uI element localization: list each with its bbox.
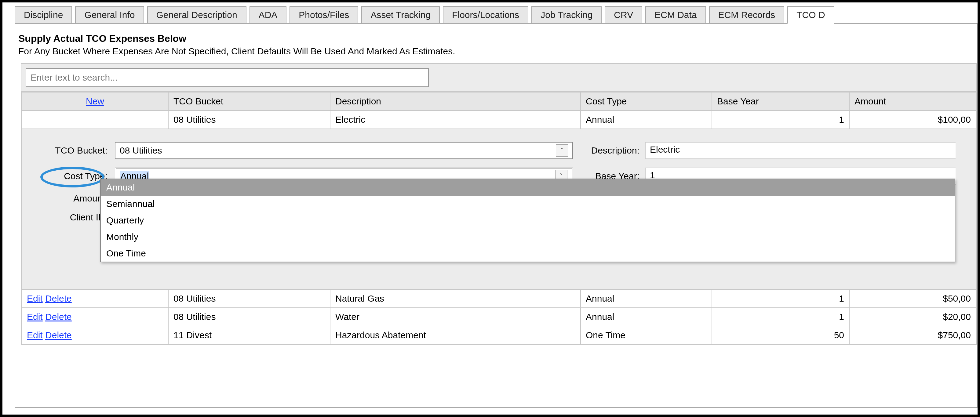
delete-link[interactable]: Delete bbox=[45, 330, 72, 340]
new-link[interactable]: New bbox=[86, 96, 104, 106]
row-amount: $20,00 bbox=[849, 308, 976, 326]
row-base-year: 1 bbox=[712, 111, 849, 129]
row-bucket: 11 Divest bbox=[168, 326, 330, 344]
table-row[interactable]: Edit Delete 08 Utilities Natural Gas Ann… bbox=[22, 289, 976, 308]
amount-label: Amount: bbox=[42, 193, 109, 204]
tco-bucket-label: TCO Bucket: bbox=[42, 145, 109, 156]
tco-panel: Supply Actual TCO Expenses Below For Any… bbox=[15, 23, 978, 408]
cost-type-option-quarterly[interactable]: Quarterly bbox=[101, 212, 955, 229]
client-id-label: Client ID: bbox=[42, 212, 109, 222]
row-amount: $50,00 bbox=[849, 289, 976, 308]
panel-subtitle: For Any Bucket Where Expenses Are Not Sp… bbox=[15, 46, 977, 60]
tab-tco[interactable]: TCO D bbox=[787, 6, 834, 24]
cost-type-dropdown[interactable]: Annual Semiannual Quarterly Monthly One … bbox=[100, 179, 955, 262]
col-bucket[interactable]: TCO Bucket bbox=[168, 92, 330, 111]
tab-job-tracking[interactable]: Job Tracking bbox=[531, 6, 601, 24]
row-amount: $750,00 bbox=[849, 326, 976, 344]
row-cost-type: Annual bbox=[581, 289, 712, 308]
chevron-down-icon: ˅ bbox=[556, 144, 568, 157]
description-input[interactable]: Electric bbox=[645, 142, 956, 159]
tco-bucket-select[interactable]: 08 Utilities ˅ bbox=[115, 142, 573, 159]
col-description[interactable]: Description bbox=[330, 92, 581, 111]
row-action-cell: Edit Delete bbox=[22, 289, 168, 308]
row-cost-type: Annual bbox=[581, 111, 712, 129]
col-cost-type[interactable]: Cost Type bbox=[581, 92, 712, 111]
edit-link[interactable]: Edit bbox=[27, 330, 43, 340]
cost-type-option-annual[interactable]: Annual bbox=[101, 179, 955, 196]
table-row[interactable]: Edit Delete 11 Divest Hazardous Abatemen… bbox=[22, 326, 976, 344]
row-base-year: 50 bbox=[712, 326, 849, 344]
row-bucket: 08 Utilities bbox=[168, 308, 330, 326]
row-description: Natural Gas bbox=[330, 289, 581, 308]
expense-grid: New TCO Bucket Description Cost Type Bas… bbox=[21, 63, 977, 345]
tab-floors-locations[interactable]: Floors/Locations bbox=[443, 6, 528, 24]
description-value: Electric bbox=[650, 144, 680, 154]
col-base-year[interactable]: Base Year bbox=[712, 92, 849, 111]
app-window: Discipline General Info General Descript… bbox=[0, 0, 980, 417]
tab-general-description[interactable]: General Description bbox=[147, 6, 247, 24]
tab-ecm-records[interactable]: ECM Records bbox=[709, 6, 784, 24]
row-base-year: 1 bbox=[712, 308, 849, 326]
row-cost-type: One Time bbox=[581, 326, 712, 344]
cost-type-option-semiannual[interactable]: Semiannual bbox=[101, 196, 955, 212]
tab-photos-files[interactable]: Photos/Files bbox=[290, 6, 358, 24]
row-description: Water bbox=[330, 308, 581, 326]
tab-general-info[interactable]: General Info bbox=[75, 6, 144, 24]
expense-table: New TCO Bucket Description Cost Type Bas… bbox=[21, 92, 976, 345]
table-row[interactable]: 08 Utilities Electric Annual 1 $100,00 bbox=[22, 111, 976, 129]
search-bar bbox=[21, 64, 976, 92]
delete-link[interactable]: Delete bbox=[45, 293, 72, 303]
delete-link[interactable]: Delete bbox=[45, 312, 72, 322]
row-action-cell: Edit Delete bbox=[22, 326, 168, 344]
tab-ada[interactable]: ADA bbox=[250, 6, 287, 24]
row-description: Electric bbox=[330, 111, 581, 129]
row-base-year: 1 bbox=[712, 289, 849, 308]
col-action: New bbox=[22, 92, 168, 111]
row-amount: $100,00 bbox=[849, 111, 976, 129]
row-cost-type: Annual bbox=[581, 308, 712, 326]
inline-edit-row: TCO Bucket: 08 Utilities ˅ Description: bbox=[22, 129, 976, 289]
inline-edit-panel: TCO Bucket: 08 Utilities ˅ Description: bbox=[27, 133, 971, 285]
tab-crv[interactable]: CRV bbox=[605, 6, 642, 24]
row-action-cell bbox=[22, 111, 168, 129]
edit-link[interactable]: Edit bbox=[27, 312, 43, 322]
col-amount[interactable]: Amount bbox=[849, 92, 976, 111]
tab-discipline[interactable]: Discipline bbox=[15, 6, 72, 24]
table-header-row: New TCO Bucket Description Cost Type Bas… bbox=[22, 92, 976, 111]
row-bucket: 08 Utilities bbox=[168, 289, 330, 308]
table-row[interactable]: Edit Delete 08 Utilities Water Annual 1 … bbox=[22, 308, 976, 326]
search-input[interactable] bbox=[25, 68, 429, 87]
cost-type-option-monthly[interactable]: Monthly bbox=[101, 229, 955, 245]
edit-link[interactable]: Edit bbox=[27, 293, 43, 303]
panel-title: Supply Actual TCO Expenses Below bbox=[15, 33, 977, 46]
tab-asset-tracking[interactable]: Asset Tracking bbox=[361, 6, 440, 24]
cost-type-option-one-time[interactable]: One Time bbox=[101, 245, 955, 262]
description-label: Description: bbox=[578, 145, 640, 156]
row-action-cell: Edit Delete bbox=[22, 308, 168, 326]
tco-bucket-value: 08 Utilities bbox=[120, 145, 162, 156]
tab-ecm-data[interactable]: ECM Data bbox=[645, 6, 706, 24]
row-description: Hazardous Abatement bbox=[330, 326, 581, 344]
tab-bar: Discipline General Info General Descript… bbox=[2, 2, 978, 24]
row-bucket: 08 Utilities bbox=[168, 111, 330, 129]
